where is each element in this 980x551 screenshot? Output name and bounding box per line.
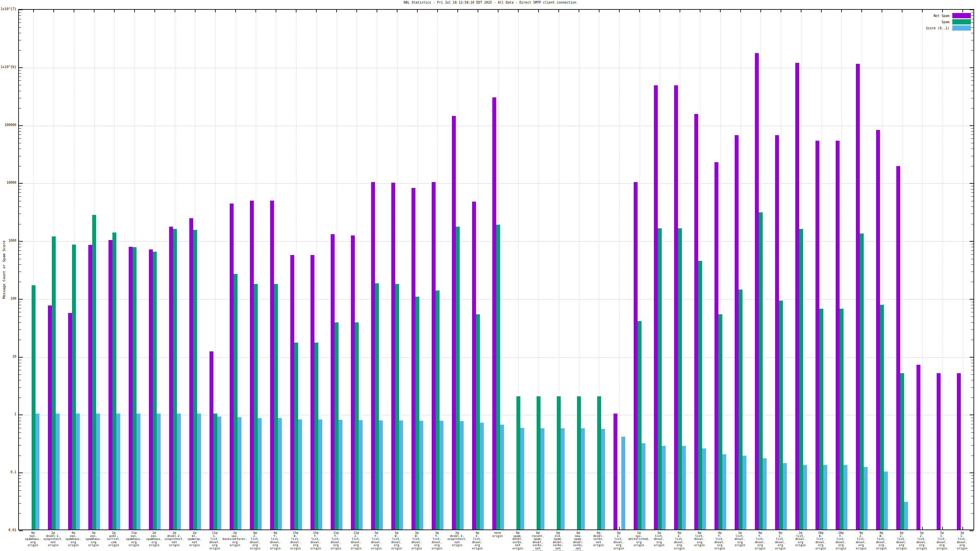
y-minor-tick: [19, 33, 21, 33]
bar-score-0-1-: [541, 428, 544, 529]
y-minor-tick: [971, 166, 974, 167]
bar-not-spam: [957, 373, 961, 529]
y-minor-tick: [971, 308, 974, 308]
y-minor-tick: [19, 421, 21, 421]
bar-not-spam: [189, 218, 193, 529]
x-category-tick: [821, 10, 822, 13]
decade-gridline: [19, 183, 974, 184]
bar-score-0-1-: [35, 414, 40, 529]
x-category-tick: [619, 527, 620, 529]
bar-score-0-1-: [339, 420, 342, 529]
bar-score-0-1-: [460, 421, 464, 529]
y-minor-tick: [19, 19, 21, 19]
y-minor-tick: [971, 513, 974, 514]
x-category-tick: [639, 10, 640, 13]
y-minor-tick: [971, 73, 974, 74]
x-category-tick: [720, 10, 721, 13]
y-minor-tick: [19, 330, 21, 330]
y-minor-tick: [971, 192, 974, 193]
x-category-tick: [963, 527, 963, 529]
y-minor-tick: [19, 22, 21, 23]
bar-spam: [395, 284, 399, 529]
x-category-tick: [579, 10, 579, 13]
y-minor-tick: [971, 22, 974, 23]
y-major-tick: [19, 125, 23, 126]
y-minor-tick: [19, 478, 21, 479]
x-category-tick: [963, 10, 963, 13]
bar-spam: [638, 321, 641, 529]
y-tick-label: 1000: [0, 239, 16, 242]
y-minor-tick: [971, 76, 974, 77]
y-minor-tick: [971, 40, 974, 40]
bar-spam: [294, 343, 298, 529]
bar-spam: [234, 274, 237, 529]
x-category-tick: [942, 527, 943, 529]
bar-not-spam: [452, 116, 456, 529]
bar-spam: [557, 396, 561, 529]
y-minor-tick: [971, 254, 974, 255]
bar-not-spam: [896, 166, 900, 529]
plot-area: [18, 9, 974, 530]
bar-score-0-1-: [480, 423, 484, 529]
bar-score-0-1-: [56, 414, 60, 529]
bar-not-spam: [88, 245, 92, 530]
y-minor-tick: [971, 244, 974, 244]
y-minor-tick: [19, 302, 21, 302]
bar-score-0-1-: [743, 456, 746, 529]
bar-not-spam: [654, 85, 658, 529]
y-axis-title: Message Count or Spam Score: [2, 241, 6, 299]
category-gridline: [922, 10, 923, 529]
y-minor-tick: [19, 428, 21, 428]
y-minor-tick: [19, 98, 21, 98]
bar-score-0-1-: [823, 465, 827, 529]
y-minor-tick: [19, 131, 21, 132]
x-category-tick: [841, 10, 842, 13]
y-minor-tick: [971, 98, 974, 98]
y-tick-label: 100000: [0, 123, 16, 127]
bar-spam: [759, 212, 763, 529]
bar-score-0-1-: [561, 428, 565, 529]
y-tick-label: 1x10^{6}: [0, 65, 16, 69]
y-minor-tick: [19, 424, 21, 424]
y-minor-tick: [19, 418, 21, 418]
y-minor-tick: [19, 128, 21, 129]
bar-score-0-1-: [318, 419, 322, 529]
x-tick-label: 3@ 1. list. dnswl. org origin: [944, 532, 980, 550]
y-minor-tick: [19, 282, 21, 282]
y-minor-tick: [971, 27, 974, 28]
x-category-tick: [457, 10, 458, 13]
y-minor-tick: [19, 482, 21, 482]
y-minor-tick: [971, 143, 974, 143]
y-tick-label: 0.01: [0, 528, 16, 532]
legend-row-score: Score (0..1): [926, 25, 971, 30]
bar-score-0-1-: [258, 418, 262, 529]
bar-not-spam: [816, 141, 819, 529]
y-minor-tick: [971, 428, 974, 428]
y-minor-tick: [19, 438, 21, 438]
y-minor-tick: [19, 214, 21, 214]
bar-spam: [880, 305, 884, 529]
y-minor-tick: [971, 424, 974, 424]
bar-score-0-1-: [359, 420, 363, 529]
bar-spam: [698, 261, 702, 530]
y-minor-tick: [19, 50, 21, 51]
y-minor-tick: [971, 201, 974, 201]
bar-score-0-1-: [520, 428, 524, 529]
bar-spam: [476, 314, 480, 529]
bar-spam: [72, 245, 76, 529]
y-minor-tick: [971, 438, 974, 438]
x-category-tick: [881, 10, 882, 13]
bar-spam: [456, 227, 460, 529]
y-minor-tick: [971, 259, 974, 259]
y-minor-tick: [971, 128, 974, 129]
y-minor-tick: [971, 224, 974, 224]
x-category-tick: [801, 10, 802, 13]
bar-spam: [799, 229, 803, 529]
bar-spam: [133, 247, 137, 529]
bar-not-spam: [391, 183, 395, 529]
y-tick-label: 1x10^{7}: [0, 7, 16, 11]
y-major-tick: [970, 414, 974, 415]
legend-swatch-score: [952, 25, 971, 30]
x-category-tick: [175, 10, 175, 13]
bar-spam: [355, 322, 359, 529]
